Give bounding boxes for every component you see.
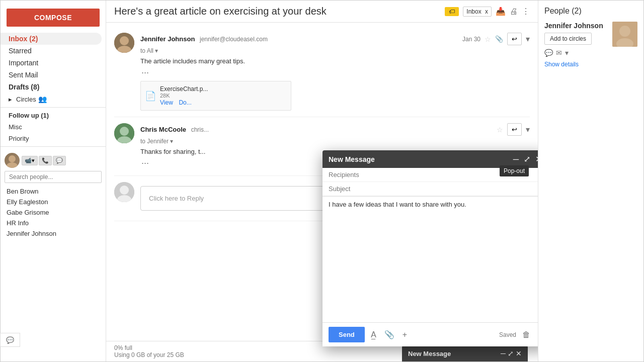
subject-label: Subject xyxy=(329,185,364,193)
compose-more-options-button[interactable]: ▾ xyxy=(536,329,538,340)
mini-minimize-button[interactable]: ─ xyxy=(501,349,506,357)
show-trimmed-button[interactable]: ··· xyxy=(140,158,150,167)
sidebar-item-sent[interactable]: Sent Mail xyxy=(1,69,102,81)
sidebar-nav: Inbox (2) Starred Important Sent Mail Dr… xyxy=(1,33,106,93)
sidebar-item-circles[interactable]: ▸ Circles 👥 xyxy=(1,93,106,105)
attachment-size: 28K xyxy=(160,93,208,99)
right-panel: People (2) Jennifer Johnson Add to circl… xyxy=(538,1,643,361)
thread-title: Here's a great article on exercising at … xyxy=(114,6,437,17)
attachment-download-link[interactable]: Do... xyxy=(179,99,191,106)
compose-popout-button[interactable]: ⤢ xyxy=(523,154,531,164)
attachment-name: ExerciseChart.p... xyxy=(160,85,208,93)
sidebar: COMPOSE Inbox (2) Starred Important Sent… xyxy=(1,1,106,361)
thread-label-tag: 🏷 xyxy=(445,7,459,16)
svg-point-6 xyxy=(120,127,129,136)
drafts-label: Drafts (8) xyxy=(9,83,39,91)
sidebar-item-starred[interactable]: Starred xyxy=(1,45,102,57)
email-sender-row: Chris McCoole chris... ☆ ↩ ▾ xyxy=(140,123,530,136)
contact-chat-icon[interactable]: 💬 xyxy=(544,49,553,57)
message-options-button[interactable]: ▾ xyxy=(526,34,530,44)
clip-icon: 📎 xyxy=(495,35,503,43)
sidebar-item-misc[interactable]: Misc xyxy=(1,121,106,133)
contact-info: Jennifer Johnson Add to circles 💬 ✉ ▾ Sh… xyxy=(544,22,607,68)
reply-avatar xyxy=(114,182,134,202)
people-list: Ben Brown Elly Eagleston Gabe Grisome HR… xyxy=(5,186,102,239)
print-icon[interactable]: 🖨 xyxy=(510,7,518,16)
star-icon[interactable]: ☆ xyxy=(485,35,491,43)
email-attachment: 📄 ExerciseChart.p... 28K View Do... xyxy=(140,81,291,111)
sidebar-item-drafts[interactable]: Drafts (8) xyxy=(1,81,102,93)
svg-point-9 xyxy=(120,186,129,195)
email-message: Jennifer Johnson jennifer@cloudeasel.com… xyxy=(114,27,530,117)
search-people-input[interactable] xyxy=(5,171,102,183)
chat-controls: 📹▾ 📞 💬 xyxy=(22,156,66,165)
compose-window-title: New Message xyxy=(329,155,375,163)
svg-point-0 xyxy=(9,155,16,162)
attachment-pdf-icon: 📄 xyxy=(145,90,156,102)
people-list-item[interactable]: Ben Brown xyxy=(5,186,102,197)
email-to-line: to Jennifer ▾ xyxy=(140,138,530,145)
more-options-button[interactable]: + xyxy=(400,328,409,341)
misc-label: Misc xyxy=(9,123,22,131)
mini-close-button[interactable]: ✕ xyxy=(516,349,522,357)
email-body: The article includes many great tips. xyxy=(140,57,530,65)
people-list-item[interactable]: Elly Eagleston xyxy=(5,197,102,207)
reply-button[interactable]: ↩ xyxy=(507,33,522,45)
content-area: Here's a great article on exercising at … xyxy=(106,1,538,361)
archive-icon[interactable]: 📥 xyxy=(496,7,506,16)
compose-close-button[interactable]: ✕ xyxy=(534,154,538,164)
people-list-item[interactable]: Jennifer Johnson xyxy=(5,228,102,239)
sidebar-item-priority[interactable]: Priority xyxy=(1,133,106,144)
sender-avatar xyxy=(114,123,134,143)
sender-name: Chris McCoole xyxy=(140,126,186,133)
mini-popout-button[interactable]: ⤢ xyxy=(508,349,514,357)
contact-photo xyxy=(612,22,637,47)
compose-button[interactable]: COMPOSE xyxy=(7,9,100,27)
sender-email: chris... xyxy=(191,126,209,133)
subject-input[interactable] xyxy=(364,185,538,193)
sender-avatar xyxy=(114,33,134,53)
saved-label: Saved xyxy=(499,331,516,338)
formatting-button[interactable]: A̲ xyxy=(369,328,378,341)
contact-more-icon[interactable]: ▾ xyxy=(565,49,569,57)
chat-avatar-row: 📹▾ 📞 💬 xyxy=(5,153,102,168)
svg-point-3 xyxy=(120,36,129,45)
people-panel-title: People (2) xyxy=(544,7,637,16)
chat-toggle-button[interactable]: 💬 xyxy=(1,333,20,347)
people-list-item[interactable]: Gabe Grisome xyxy=(5,207,102,218)
delete-draft-button[interactable]: 🗑 xyxy=(520,328,532,341)
mini-compose-bar[interactable]: New Message ─ ⤢ ✕ xyxy=(402,345,528,361)
svg-point-12 xyxy=(619,26,630,37)
message-options-button[interactable]: ▾ xyxy=(526,125,530,134)
show-trimmed-button[interactable]: ··· xyxy=(140,68,150,77)
attach-file-button[interactable]: 📎 xyxy=(382,328,396,341)
sidebar-item-inbox[interactable]: Inbox (2) xyxy=(1,33,102,45)
thread-inbox-close-icon[interactable]: x xyxy=(485,8,488,15)
attachment-view-link[interactable]: View xyxy=(160,99,173,106)
sidebar-item-important[interactable]: Important xyxy=(1,57,102,69)
recipients-label: Recipients xyxy=(329,171,364,178)
chat-button[interactable]: 💬 xyxy=(53,156,66,165)
compose-body[interactable]: I have a few ideas that I want to share … xyxy=(323,197,538,322)
phone-call-button[interactable]: 📞 xyxy=(39,156,52,165)
compose-minimize-button[interactable]: ─ xyxy=(512,155,520,164)
star-icon[interactable]: ☆ xyxy=(497,126,503,134)
email-to-line: to All ▾ xyxy=(140,47,530,54)
attachment-actions: View Do... xyxy=(160,99,208,106)
sender-info: Jennifer Johnson jennifer@cloudeasel.com xyxy=(140,35,268,43)
people-list-item[interactable]: HR Info xyxy=(5,218,102,228)
contact-email-icon[interactable]: ✉ xyxy=(556,49,562,57)
send-button[interactable]: Send xyxy=(329,327,365,342)
reply-button[interactable]: ↩ xyxy=(507,123,522,136)
more-options-icon[interactable]: ⋮ xyxy=(522,7,530,16)
circles-people-icon: 👥 xyxy=(38,95,47,103)
sender-email: jennifer@cloudeasel.com xyxy=(200,36,268,43)
email-content: Jennifer Johnson jennifer@cloudeasel.com… xyxy=(140,33,530,111)
video-call-button[interactable]: 📹▾ xyxy=(22,156,38,165)
to-dropdown-icon[interactable]: ▾ xyxy=(170,138,173,145)
mini-compose-title: New Message xyxy=(408,350,451,357)
to-dropdown-icon[interactable]: ▾ xyxy=(155,47,158,54)
show-details-link[interactable]: Show details xyxy=(544,61,607,68)
add-to-circles-button[interactable]: Add to circles xyxy=(544,33,592,45)
sidebar-item-follow-up[interactable]: Follow up (1) xyxy=(1,110,106,121)
